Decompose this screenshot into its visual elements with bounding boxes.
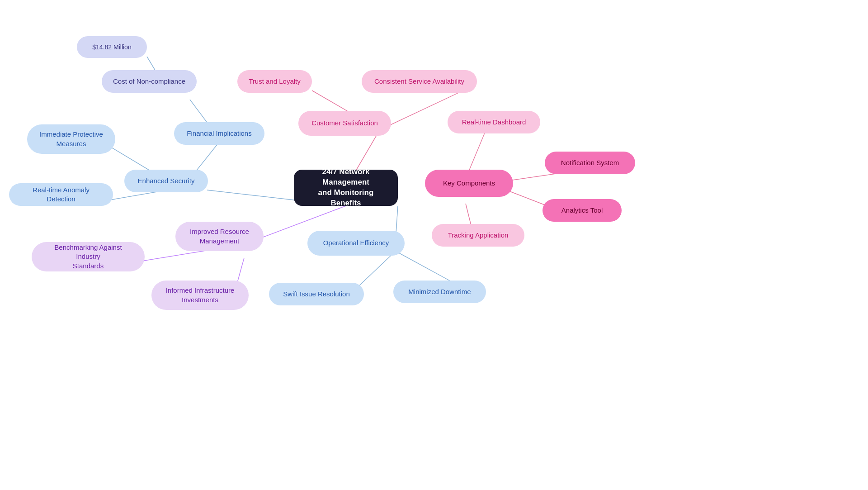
mindmap-container: 24/7 Network Management and Monitoring B… [0,0,868,490]
benchmarking-node: Benchmarking Against Industry Standards [32,242,145,271]
trust-loyalty-node: Trust and Loyalty [237,70,312,93]
tracking-application-node: Tracking Application [432,224,524,247]
minimized-downtime-node: Minimized Downtime [393,281,486,303]
enhanced-security-node: Enhanced Security [124,170,208,192]
center-node: 24/7 Network Management and Monitoring B… [294,170,398,206]
swift-issue-node: Swift Issue Resolution [269,283,364,305]
key-components-node: Key Components [425,170,513,197]
analytics-tool-node: Analytics Tool [542,199,622,222]
improved-resource-node: Improved Resource Management [175,222,264,251]
consistent-availability-node: Consistent Service Availability [362,70,477,93]
financial-implications-node: Financial Implications [174,122,264,145]
informed-infrastructure-node: Informed Infrastructure Investments [151,281,249,310]
immediate-protective-node: Immediate Protective Measures [27,124,115,154]
realtime-dashboard-node: Real-time Dashboard [448,111,540,133]
non-compliance-node: Cost of Non-compliance [102,70,197,93]
realtime-anomaly-node: Real-time Anomaly Detection [9,183,113,206]
customer-satisfaction-node: Customer Satisfaction [298,111,391,136]
notification-system-node: Notification System [545,152,635,174]
operational-efficiency-node: Operational Efficiency [307,231,405,256]
dollar-node: $14.82 Million [77,36,147,58]
